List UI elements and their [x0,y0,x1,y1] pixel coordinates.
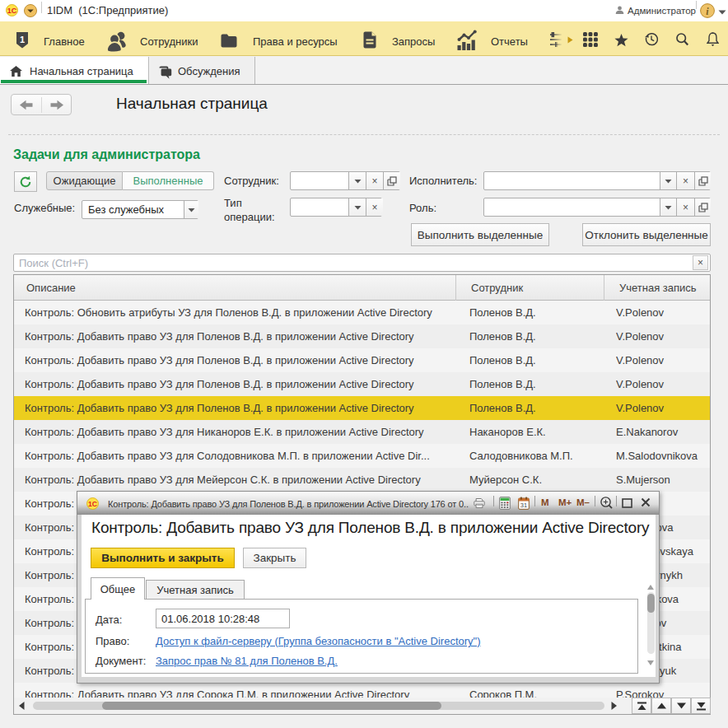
svg-text:1С: 1С [88,500,97,508]
svg-text:1С: 1С [7,7,17,15]
svg-text:31: 31 [520,502,527,509]
svg-text:1: 1 [20,35,25,44]
